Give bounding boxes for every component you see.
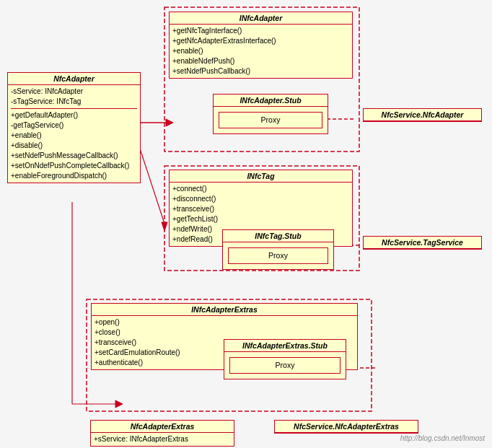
- nfc-adapter-method-4: +disable(): [11, 141, 137, 151]
- nfc-adapter-method-3: +enable(): [11, 131, 137, 141]
- infcadapterextras-title: INfcAdapterExtras: [92, 304, 357, 316]
- infcadapter-method-3: +enable(): [172, 46, 349, 56]
- nfcservice-nfcadapterextras-class: NfcService.NfcAdapterExtras: [274, 420, 418, 434]
- proxy-1-box: Proxy: [219, 112, 322, 128]
- infctag-method-3: +transceive(): [172, 204, 349, 214]
- watermark: http://blog.csdn.net/Inmost: [400, 434, 485, 442]
- nfcadapterextras-title: NfcAdapterExtras: [91, 421, 234, 433]
- infctag-stub-title: INfcTag.Stub: [223, 230, 333, 242]
- infcadapter-stub-class: INfcAdapter.Stub Proxy: [213, 94, 328, 134]
- nfc-adapter-field-1: -sService: INfcAdapter: [11, 87, 137, 97]
- svg-marker-13: [115, 400, 123, 408]
- svg-marker-15: [162, 222, 167, 231]
- nfc-adapter-body: -sService: INfcAdapter -sTagService: INf…: [8, 85, 140, 183]
- infctag-method-2: +disconnect(): [172, 194, 349, 204]
- infcadapter-stub-body: Proxy: [214, 107, 328, 133]
- nfc-adapter-method-5: +setNdefPushMessageCallback(): [11, 151, 137, 161]
- nfc-adapter-class: NfcAdapter -sService: INfcAdapter -sTagS…: [7, 72, 141, 183]
- diagram-container: NfcAdapter -sService: INfcAdapter -sTagS…: [0, 0, 492, 448]
- infcadapter-title: INfcAdapter: [170, 12, 352, 25]
- infctag-title: INfcTag: [170, 170, 352, 183]
- infcadapter-method-5: +setNdefPushCallback(): [172, 66, 349, 76]
- proxy-2-box: Proxy: [228, 247, 328, 264]
- nfc-adapter-method-2: -getTagService(): [11, 120, 137, 131]
- nfcservice-nfcadapterextras-title: NfcService.NfcAdapterExtras: [275, 421, 418, 433]
- infcadapter-method-2: +getNfcAdapterExtrasInterface(): [172, 36, 349, 46]
- infctag-method-4: +getTechList(): [172, 214, 349, 224]
- nfc-adapter-method-1: +getDefaultAdapter(): [11, 110, 137, 120]
- infcadapter-method-4: +enableNdefPush(): [172, 56, 349, 66]
- nfcadapterextras-class: NfcAdapterExtras +sService: INfcAdapterE…: [90, 420, 234, 447]
- infcadapterextras-stub-body: Proxy: [224, 352, 346, 379]
- infcadapterextras-method-1: +open(): [95, 317, 354, 328]
- nfc-adapter-title: NfcAdapter: [8, 73, 140, 85]
- nfcservice-tagservice-class: NfcService.TagService: [363, 236, 482, 250]
- infctag-method-1: +connect(): [172, 184, 349, 194]
- infcadapter-method-1: +getNfcTagInterface(): [172, 26, 349, 36]
- nfc-adapter-method-7: +enableForegroundDispatch(): [11, 171, 137, 181]
- infcadapterextras-stub-class: INfcAdapterExtras.Stub Proxy: [224, 339, 346, 379]
- svg-marker-10: [166, 119, 173, 126]
- infcadapterextras-stub-title: INfcAdapterExtras.Stub: [224, 340, 346, 352]
- proxy-3-box: Proxy: [229, 357, 341, 374]
- nfcadapterextras-body: +sService: INfcAdapterExtras: [91, 433, 234, 446]
- infcadapter-body: +getNfcTagInterface() +getNfcAdapterExtr…: [170, 25, 352, 78]
- infctag-stub-class: INfcTag.Stub Proxy: [222, 229, 334, 270]
- infcadapter-class: INfcAdapter +getNfcTagInterface() +getNf…: [169, 12, 353, 79]
- infctag-stub-body: Proxy: [223, 242, 333, 269]
- nfcservice-nfcadapter-class: NfcService.NfcAdapter: [363, 108, 482, 122]
- infcadapter-stub-title: INfcAdapter.Stub: [214, 95, 328, 107]
- nfc-adapter-method-6: +setOnNdefPushCompleteCallback(): [11, 161, 137, 171]
- infcadapterextras-method-2: +close(): [95, 328, 354, 338]
- nfcservice-tagservice-title: NfcService.TagService: [364, 237, 481, 249]
- nfcadapterextras-field-1: +sService: INfcAdapterExtras: [94, 434, 231, 444]
- nfc-adapter-field-2: -sTagService: INfcTag: [11, 97, 137, 107]
- nfcservice-nfcadapter-title: NfcService.NfcAdapter: [364, 109, 481, 121]
- svg-line-14: [139, 144, 164, 224]
